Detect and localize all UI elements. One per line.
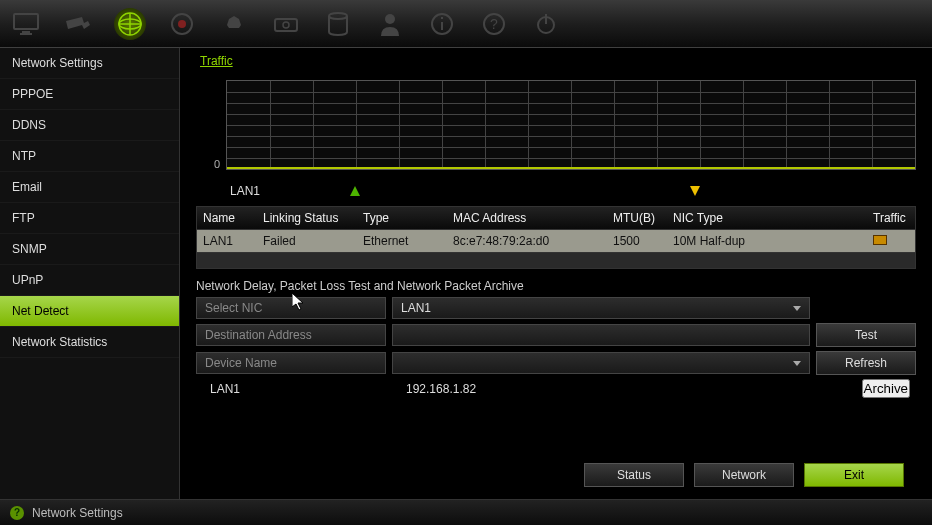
col-nic: NIC Type (667, 207, 867, 229)
sidebar: Network Settings PPPOE DDNS NTP Email FT… (0, 48, 180, 499)
bottom-button-bar: Status Network Exit (190, 449, 922, 493)
traffic-chart: 0 (196, 80, 916, 170)
sidebar-item-upnp[interactable]: UPnP (0, 265, 179, 296)
upload-arrow-icon (350, 186, 360, 196)
sidebar-item-net-detect[interactable]: Net Detect (0, 296, 179, 327)
help-badge-icon[interactable]: ? (10, 506, 24, 520)
cell-type: Ethernet (357, 230, 447, 252)
sidebar-item-snmp[interactable]: SNMP (0, 234, 179, 265)
status-bar-text: Network Settings (32, 506, 123, 520)
nic-table-header: Name Linking Status Type MAC Address MTU… (197, 207, 915, 230)
col-mac: MAC Address (447, 207, 607, 229)
power-icon[interactable] (530, 8, 562, 40)
status-button[interactable]: Status (584, 463, 684, 487)
y-axis-zero: 0 (196, 80, 226, 170)
nic-table: Name Linking Status Type MAC Address MTU… (196, 206, 916, 269)
info-lan-ip: 192.168.1.82 (398, 380, 856, 398)
exit-button[interactable]: Exit (804, 463, 904, 487)
cell-name: LAN1 (197, 230, 257, 252)
device-name-label: Device Name (196, 352, 386, 374)
traffic-title: Traffic (200, 54, 922, 68)
traffic-legend: LAN1 (230, 182, 922, 200)
col-name: Name (197, 207, 257, 229)
sidebar-item-network-statistics[interactable]: Network Statistics (0, 327, 179, 358)
chevron-down-icon (793, 361, 801, 366)
network-icon[interactable] (114, 8, 146, 40)
status-bar: ? Network Settings (0, 499, 932, 525)
camera-icon[interactable] (62, 8, 94, 40)
destination-input[interactable] (392, 324, 810, 346)
record-icon[interactable] (166, 8, 198, 40)
sidebar-item-network-settings[interactable]: Network Settings (0, 48, 179, 79)
col-linking: Linking Status (257, 207, 357, 229)
traffic-chart-icon[interactable] (873, 235, 887, 245)
sidebar-item-ftp[interactable]: FTP (0, 203, 179, 234)
user-icon[interactable] (374, 8, 406, 40)
cell-mtu: 1500 (607, 230, 667, 252)
col-traffic: Traffic (867, 207, 917, 229)
info-icon[interactable] (426, 8, 458, 40)
download-arrow-icon (690, 186, 700, 196)
svg-rect-2 (20, 33, 32, 35)
storage-icon[interactable] (322, 8, 354, 40)
content-pane: Traffic 0 LAN (180, 48, 932, 499)
chevron-down-icon (793, 306, 801, 311)
svg-rect-1 (22, 31, 30, 33)
cell-nic: 10M Half-dup (667, 230, 867, 252)
select-nic-label: Select NIC (196, 297, 386, 319)
sidebar-item-ddns[interactable]: DDNS (0, 110, 179, 141)
refresh-button[interactable]: Refresh (816, 351, 916, 375)
svg-point-8 (178, 20, 186, 28)
help-icon[interactable]: ? (478, 8, 510, 40)
section-title: Network Delay, Packet Loss Test and Netw… (196, 279, 916, 293)
svg-rect-15 (441, 17, 443, 19)
select-nic-dropdown[interactable]: LAN1 (392, 297, 810, 319)
cell-mac: 8c:e7:48:79:2a:d0 (447, 230, 607, 252)
archive-button[interactable]: Archive (862, 379, 910, 398)
device-name-dropdown[interactable] (392, 352, 810, 374)
sidebar-item-pppoe[interactable]: PPPOE (0, 79, 179, 110)
hdd-icon[interactable] (270, 8, 302, 40)
info-lan-label: LAN1 (202, 380, 392, 398)
svg-rect-14 (441, 22, 443, 30)
top-icon-bar: ? (0, 0, 932, 48)
select-nic-value: LAN1 (401, 301, 431, 315)
svg-rect-19 (545, 14, 547, 24)
svg-point-10 (283, 22, 289, 28)
cell-linking: Failed (257, 230, 357, 252)
nic-table-row[interactable]: LAN1 Failed Ethernet 8c:e7:48:79:2a:d0 1… (197, 230, 915, 252)
col-type: Type (357, 207, 447, 229)
destination-label: Destination Address (196, 324, 386, 346)
svg-point-12 (385, 14, 395, 24)
chart-grid (226, 80, 916, 170)
form-area: Select NIC LAN1 Destination Address Test… (196, 297, 916, 402)
network-button[interactable]: Network (694, 463, 794, 487)
sidebar-item-ntp[interactable]: NTP (0, 141, 179, 172)
svg-rect-9 (275, 19, 297, 31)
svg-point-11 (329, 13, 347, 19)
alarm-icon[interactable] (218, 8, 250, 40)
test-button[interactable]: Test (816, 323, 916, 347)
monitor-icon[interactable] (10, 8, 42, 40)
nic-table-scrollbar[interactable] (197, 252, 915, 268)
main-area: Network Settings PPPOE DDNS NTP Email FT… (0, 48, 932, 499)
cell-traffic[interactable] (867, 230, 917, 252)
svg-text:?: ? (490, 16, 498, 32)
sidebar-item-email[interactable]: Email (0, 172, 179, 203)
svg-rect-0 (14, 14, 38, 29)
traffic-interface-label: LAN1 (230, 184, 260, 198)
col-mtu: MTU(B) (607, 207, 667, 229)
